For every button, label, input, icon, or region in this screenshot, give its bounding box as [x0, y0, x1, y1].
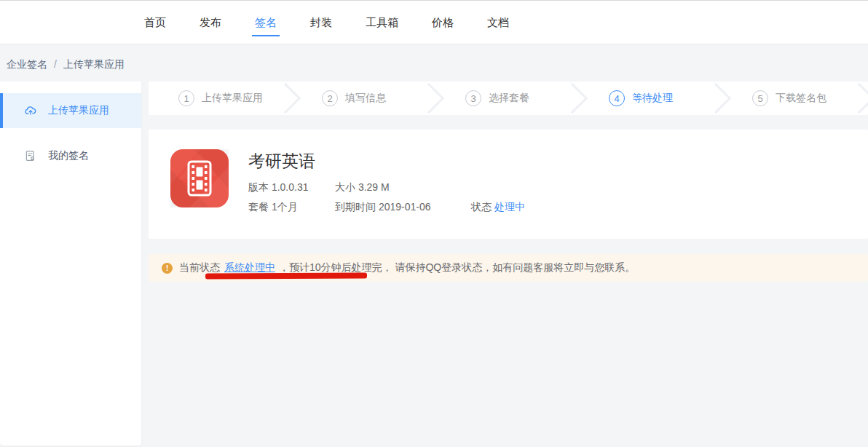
breadcrumb-separator: /: [54, 58, 57, 70]
step-number: 4: [609, 90, 625, 106]
step-3-choose-plan: 3 选择套餐: [435, 82, 579, 115]
app-plan: 套餐 1个月: [248, 201, 335, 214]
top-header: 首页 发布 签名 封装 工具箱 价格 文档: [0, 0, 868, 44]
app-size: 大小 3.29 M: [335, 181, 471, 194]
app-version: 版本 1.0.0.31: [248, 181, 335, 194]
film-app-icon: [170, 149, 229, 207]
step-2-fill-info: 2 填写信息: [292, 82, 435, 115]
nav-item-pricing[interactable]: 价格: [432, 1, 454, 44]
red-marker-underline: [205, 273, 367, 280]
steps-bar: 1 上传苹果应用 2 填写信息 3 选择套餐 4 等待处理 5 下载签名包: [149, 82, 868, 115]
app-expire: 到期时间 2019-01-06: [335, 201, 471, 214]
app-status: 状态 处理中: [471, 201, 525, 214]
nav-item-publish[interactable]: 发布: [200, 1, 221, 44]
step-number: 5: [752, 90, 768, 106]
step-number: 2: [322, 90, 338, 106]
step-label: 选择套餐: [489, 92, 529, 105]
step-label: 填写信息: [345, 92, 386, 105]
app-title: 考研英语: [248, 150, 525, 173]
nav-item-package[interactable]: 封装: [310, 1, 332, 44]
sidebar-item-label: 我的签名: [48, 149, 89, 162]
cloud-upload-icon: [24, 104, 37, 117]
step-label: 下载签名包: [776, 92, 826, 105]
nav-item-signing[interactable]: 签名: [255, 1, 277, 44]
alert-prefix: 当前状态: [179, 261, 220, 274]
breadcrumb-item-enterprise-signing[interactable]: 企业签名: [7, 58, 47, 70]
status-alert: ! 当前状态 系统处理中 ，预计10分钟后处理完， 请保持QQ登录状态，如有问题…: [149, 254, 868, 282]
step-label: 上传苹果应用: [202, 92, 263, 105]
step-number: 1: [178, 90, 194, 106]
app-card: 考研英语 版本 1.0.0.31 大小 3.29 M 套餐 1个月 到期时间 2…: [149, 130, 868, 239]
nav-item-toolbox[interactable]: 工具箱: [366, 1, 398, 44]
breadcrumb-item-upload-apple-app: 上传苹果应用: [63, 58, 125, 70]
nav-item-docs[interactable]: 文档: [487, 1, 509, 44]
step-number: 3: [465, 90, 481, 106]
main-nav: 首页 发布 签名 封装 工具箱 价格 文档: [0, 1, 868, 44]
app-info: 考研英语 版本 1.0.0.31 大小 3.29 M 套餐 1个月 到期时间 2…: [248, 149, 525, 214]
sidebar-item-label: 上传苹果应用: [48, 104, 109, 117]
content-area: 1 上传苹果应用 2 填写信息 3 选择套餐 4 等待处理 5 下载签名包: [149, 82, 868, 282]
step-label: 等待处理: [632, 92, 673, 105]
sidebar-item-my-signatures[interactable]: 我的签名: [0, 138, 141, 173]
app-meta: 版本 1.0.0.31 大小 3.29 M 套餐 1个月 到期时间 2019-0…: [248, 181, 525, 214]
breadcrumb: 企业签名/上传苹果应用: [0, 44, 868, 82]
warning-icon: !: [162, 263, 173, 274]
step-5-download: 5 下载签名包: [722, 82, 866, 115]
step-4-waiting: 4 等待处理: [579, 82, 722, 115]
sidebar: 上传苹果应用 我的签名: [0, 82, 141, 446]
nav-item-home[interactable]: 首页: [144, 1, 166, 44]
status-badge: 处理中: [494, 201, 525, 213]
step-1-upload: 1 上传苹果应用: [149, 82, 292, 115]
signature-doc-icon: [24, 149, 37, 162]
sidebar-item-upload-apple-app[interactable]: 上传苹果应用: [0, 93, 141, 128]
main-layout: 上传苹果应用 我的签名 1 上传苹果应用 2 填写信: [0, 82, 868, 446]
